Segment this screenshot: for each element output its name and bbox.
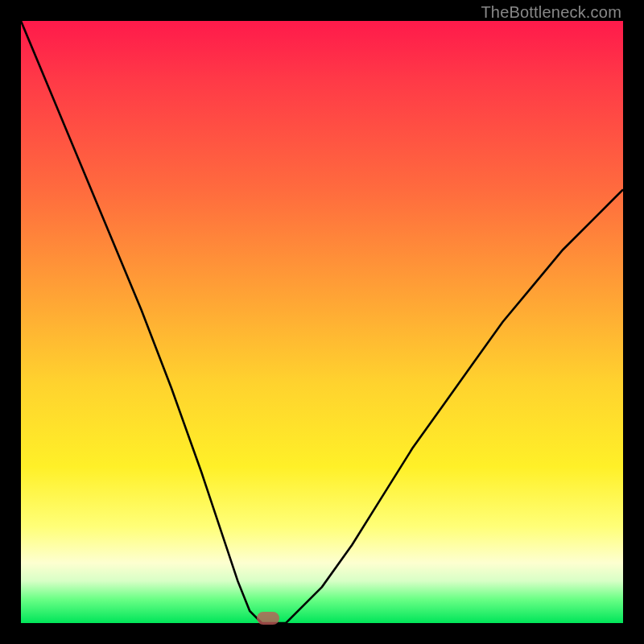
bottleneck-curve [21, 21, 623, 623]
plot-area [21, 21, 623, 623]
chart-frame: TheBottleneck.com [0, 0, 644, 644]
watermark-text: TheBottleneck.com [481, 3, 621, 22]
optimum-marker [257, 612, 279, 625]
curve-layer [21, 21, 623, 623]
